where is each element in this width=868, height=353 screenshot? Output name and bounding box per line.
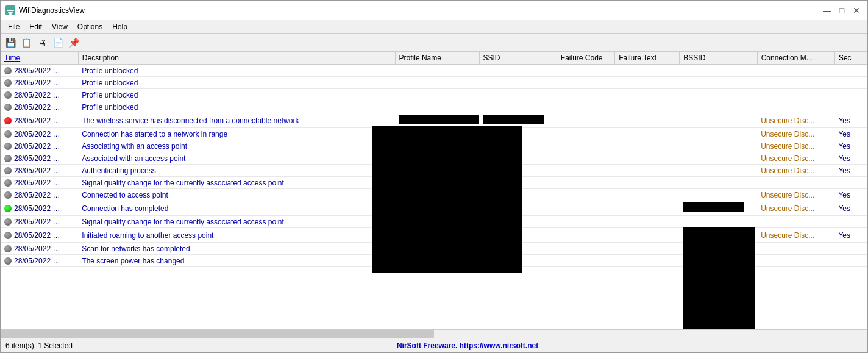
- maximize-button[interactable]: □: [836, 4, 848, 16]
- cell-sec: Yes: [834, 113, 867, 128]
- menu-edit[interactable]: Edit: [24, 21, 47, 32]
- cell-failure-text: [615, 165, 680, 177]
- toolbar-save[interactable]: 💾: [3, 36, 18, 49]
- cell-bssid: [680, 216, 757, 228]
- cell-conn-mode: Unsecure Disc...: [757, 201, 834, 216]
- cell-description: Profile unblocked: [78, 101, 395, 113]
- cell-bssid: [680, 89, 757, 101]
- cell-bssid: [680, 128, 757, 140]
- cell-conn-mode: Unsecure Disc...: [757, 152, 834, 165]
- cell-bssid: [680, 77, 757, 89]
- cell-failure-code: [557, 216, 614, 228]
- col-header-description[interactable]: Decsription: [78, 52, 395, 65]
- redacted-block: [683, 202, 744, 212]
- row-status-icon: [4, 191, 12, 199]
- cell-time: 28/05/2022 …: [1, 177, 78, 189]
- status-nirsoft: NirSoft Freeware. https://www.nirsoft.ne…: [397, 341, 538, 350]
- cell-ssid: [479, 77, 557, 89]
- col-header-ssid[interactable]: SSID: [479, 52, 557, 65]
- cell-time: 28/05/2022 …: [1, 101, 78, 113]
- cell-time: 28/05/2022 …: [1, 165, 78, 177]
- cell-failure-text: [615, 128, 680, 140]
- cell-bssid: [680, 189, 757, 201]
- toolbar-print[interactable]: 🖨: [35, 36, 49, 49]
- cell-failure-code: [557, 228, 614, 243]
- cell-profile: [395, 89, 479, 101]
- toolbar-copy[interactable]: 📋: [19, 36, 34, 49]
- cell-conn-mode: [757, 255, 834, 267]
- cell-failure-text: [615, 140, 680, 152]
- cell-failure-code: [557, 65, 614, 77]
- app-icon: [5, 5, 15, 15]
- horizontal-scrollbar[interactable]: [1, 329, 867, 338]
- row-status-icon: [4, 205, 12, 212]
- cell-description: The screen power has changed: [78, 255, 395, 267]
- col-header-time[interactable]: Time: [1, 52, 78, 65]
- redacted-block: [399, 115, 479, 124]
- cell-time: 28/05/2022 …: [1, 89, 78, 101]
- cell-time: 28/05/2022 …: [1, 201, 78, 216]
- cell-failure-code: [557, 189, 614, 201]
- cell-ssid: [479, 113, 557, 128]
- cell-conn-mode: [757, 77, 834, 89]
- row-status-icon: [4, 130, 12, 138]
- table-container[interactable]: Time Decsription Profile Name SSID Failu…: [1, 52, 867, 329]
- cell-sec: [834, 77, 867, 89]
- cell-failure-text: [615, 177, 680, 189]
- status-bar: 6 item(s), 1 Selected NirSoft Freeware. …: [1, 338, 867, 352]
- col-header-failcode[interactable]: Failure Code: [557, 52, 614, 65]
- row-status-icon: [4, 79, 12, 87]
- cell-time: 28/05/2022 …: [1, 228, 78, 243]
- row-status-icon: [4, 117, 12, 124]
- cell-failure-text: [615, 77, 680, 89]
- cell-sec: [834, 89, 867, 101]
- cell-time: 28/05/2022 …: [1, 77, 78, 89]
- cell-conn-mode: [757, 216, 834, 228]
- cell-conn-mode: Unsecure Disc...: [757, 189, 834, 201]
- menu-view[interactable]: View: [47, 21, 73, 32]
- cell-description: The wireless service has disconnected fr…: [78, 113, 395, 128]
- cell-time: 28/05/2022 …: [1, 113, 78, 128]
- menu-help[interactable]: Help: [107, 21, 132, 32]
- close-button[interactable]: ✕: [850, 4, 863, 16]
- cell-description: Signal quality change for the currently …: [78, 177, 395, 189]
- cell-sec: [834, 243, 867, 255]
- cell-failure-code: [557, 113, 614, 128]
- cell-conn-mode: [757, 89, 834, 101]
- menu-file[interactable]: File: [3, 21, 24, 32]
- status-count: 6 item(s), 1 Selected: [5, 341, 73, 350]
- cell-sec: [834, 255, 867, 267]
- cell-sec: Yes: [834, 152, 867, 165]
- table-row[interactable]: 28/05/2022 …Profile unblocked: [1, 65, 867, 77]
- col-header-sec[interactable]: Sec: [834, 52, 867, 65]
- row-status-icon: [4, 245, 12, 252]
- cell-failure-code: [557, 243, 614, 255]
- col-header-failtext[interactable]: Failure Text: [615, 52, 680, 65]
- cell-bssid: [680, 101, 757, 113]
- menu-options[interactable]: Options: [73, 21, 107, 32]
- cell-conn-mode: Unsecure Disc...: [757, 165, 834, 177]
- table-row[interactable]: 28/05/2022 …Profile unblocked: [1, 77, 867, 89]
- cell-failure-text: [615, 228, 680, 243]
- table-row[interactable]: 28/05/2022 …The wireless service has dis…: [1, 113, 867, 128]
- col-header-bssid[interactable]: BSSID: [680, 52, 757, 65]
- cell-time: 28/05/2022 …: [1, 128, 78, 140]
- cell-bssid: [680, 140, 757, 152]
- cell-sec: Yes: [834, 128, 867, 140]
- cell-description: Signal quality change for the currently …: [78, 216, 395, 228]
- cell-description: Connection has completed: [78, 201, 395, 216]
- toolbar-pin[interactable]: 📌: [66, 36, 81, 49]
- table-row[interactable]: 28/05/2022 …Profile unblocked: [1, 89, 867, 101]
- cell-sec: [834, 177, 867, 189]
- col-header-profile[interactable]: Profile Name: [395, 52, 479, 65]
- cell-description: Connected to access point: [78, 189, 395, 201]
- minimize-button[interactable]: —: [821, 4, 833, 16]
- cell-bssid: [680, 165, 757, 177]
- col-header-connmode[interactable]: Connection M...: [757, 52, 834, 65]
- toolbar-open[interactable]: 📄: [51, 36, 65, 49]
- svg-rect-1: [8, 12, 13, 13]
- cell-description: Scan for networks has completed: [78, 243, 395, 255]
- cell-failure-text: [615, 89, 680, 101]
- table-row[interactable]: 28/05/2022 …Profile unblocked: [1, 101, 867, 113]
- cell-conn-mode: Unsecure Disc...: [757, 128, 834, 140]
